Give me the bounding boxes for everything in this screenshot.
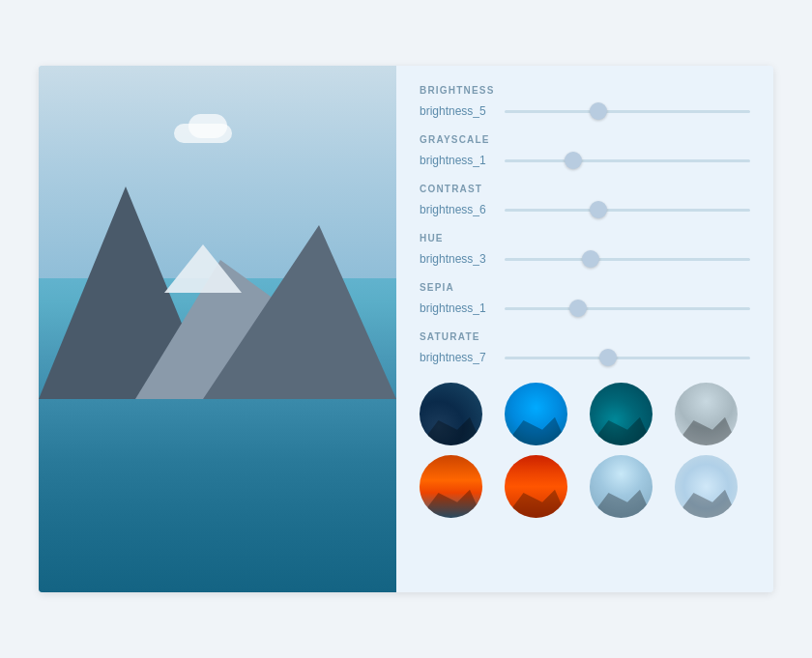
brightness-label: BRIGHTNESS [420, 85, 750, 96]
main-container: BRIGHTNESS brightness_5 GRAYSCALE bright… [39, 66, 773, 592]
saturate-label: SATURATE [420, 331, 750, 342]
brightness-row: brightness_5 [420, 101, 750, 121]
brightness-value: brightness_5 [420, 104, 497, 118]
contrast-thumb[interactable] [590, 201, 607, 218]
thumbnail-7[interactable] [590, 455, 652, 518]
grayscale-section: GRAYSCALE brightness_1 [420, 134, 750, 170]
thumbnail-2[interactable] [505, 383, 567, 445]
grayscale-label: GRAYSCALE [420, 134, 750, 145]
sepia-value: brightness_1 [420, 301, 497, 315]
grayscale-thumb[interactable] [565, 152, 582, 169]
image-panel [39, 66, 396, 592]
saturate-row: brightness_7 [420, 348, 750, 367]
cloud-2 [188, 114, 227, 138]
sepia-thumb[interactable] [569, 300, 587, 317]
brightness-track [505, 110, 750, 113]
sky [39, 66, 396, 278]
hue-label: HUE [420, 233, 750, 243]
saturate-thumb[interactable] [599, 349, 617, 366]
sepia-label: SEPIA [420, 282, 750, 293]
thumbnail-5[interactable] [420, 455, 482, 518]
main-image [39, 66, 396, 592]
saturate-track [505, 357, 750, 359]
hue-section: HUE brightness_3 [420, 233, 750, 269]
grayscale-row: brightness_1 [420, 151, 750, 170]
contrast-row: brightness_6 [420, 200, 750, 219]
brightness-slider[interactable] [505, 101, 750, 121]
grayscale-slider[interactable] [505, 151, 750, 170]
saturate-value: brightness_7 [420, 351, 497, 364]
hue-thumb[interactable] [582, 250, 599, 268]
hue-value: brightness_3 [420, 252, 497, 266]
thumbnail-1[interactable] [420, 383, 482, 445]
brightness-thumb[interactable] [590, 102, 607, 120]
sepia-track [505, 307, 750, 310]
thumbnail-6[interactable] [505, 455, 567, 518]
contrast-slider[interactable] [505, 200, 750, 219]
grayscale-track [505, 159, 750, 162]
brightness-section: BRIGHTNESS brightness_5 [420, 85, 750, 121]
thumbnails-grid [420, 383, 750, 518]
hue-slider[interactable] [505, 249, 750, 269]
hue-track [505, 258, 750, 261]
saturate-section: SATURATE brightness_7 [420, 331, 750, 367]
grayscale-value: brightness_1 [420, 154, 497, 167]
controls-panel: BRIGHTNESS brightness_5 GRAYSCALE bright… [396, 66, 773, 592]
thumbnail-3[interactable] [590, 383, 652, 445]
hue-row: brightness_3 [420, 249, 750, 269]
sepia-row: brightness_1 [420, 299, 750, 318]
saturate-slider[interactable] [505, 348, 750, 367]
contrast-track [505, 209, 750, 212]
water-reflection [39, 399, 396, 592]
sepia-section: SEPIA brightness_1 [420, 282, 750, 318]
thumbnail-4[interactable] [675, 383, 738, 445]
contrast-value: brightness_6 [420, 203, 497, 216]
sepia-slider[interactable] [505, 299, 750, 318]
thumbnail-8[interactable] [675, 455, 738, 518]
contrast-section: CONTRAST brightness_6 [420, 184, 750, 219]
contrast-label: CONTRAST [420, 184, 750, 194]
